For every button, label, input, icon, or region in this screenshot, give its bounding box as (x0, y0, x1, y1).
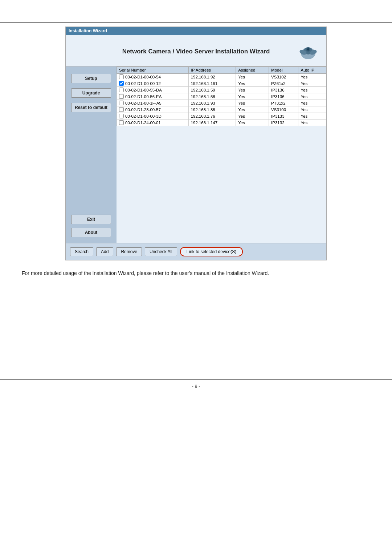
page-footer-rule: - 9 - (0, 379, 392, 393)
autoip-cell: Yes (298, 74, 326, 80)
table-row: 00-02-D1-00-00-54192.168.1.92YesVS3102Ye… (117, 74, 326, 80)
table-row: 00-02-D1-00-00-3D192.168.1.76YesIP3133Ye… (117, 113, 326, 119)
top-rule (0, 22, 392, 23)
assigned-cell: Yes (236, 93, 269, 100)
ip-cell: 192.168.1.93 (188, 100, 236, 106)
wizard-titlebar: Installation Wizard (66, 27, 326, 35)
table-row: 00-02-D1-00-00-12192.168.1.161YesPZ61x2Y… (117, 80, 326, 87)
ip-cell: 192.168.1.88 (188, 106, 236, 113)
exit-button[interactable]: Exit (71, 215, 111, 224)
ip-cell: 192.168.1.59 (188, 87, 236, 93)
remove-button[interactable]: Remove (116, 247, 142, 256)
wizard-footer: Search Add Remove Uncheck All Link to se… (66, 243, 326, 260)
row-checkbox-3[interactable] (119, 94, 124, 99)
serial-cell: 00-02-D1-00-00-54 (117, 74, 189, 80)
col-header-serial: Serial Number (117, 67, 189, 74)
row-checkbox-4[interactable] (119, 101, 124, 105)
row-checkbox-7[interactable] (119, 120, 124, 125)
row-checkbox-1[interactable] (119, 81, 124, 86)
model-cell: VS3102 (269, 74, 298, 80)
wizard-content: Setup Upgrade Reset to default Exit Abou… (66, 66, 326, 243)
table-row: 00-02-D1-00-56-EA192.168.1.58YesIP3136Ye… (117, 93, 326, 100)
assigned-cell: Yes (236, 113, 269, 119)
autoip-cell: Yes (298, 80, 326, 87)
autoip-cell: Yes (298, 87, 326, 93)
autoip-cell: Yes (298, 119, 326, 126)
ip-cell: 192.168.1.58 (188, 93, 236, 100)
row-checkbox-0[interactable] (119, 74, 124, 79)
wizard-header-icon (297, 41, 319, 62)
col-header-model: Model (269, 67, 298, 74)
serial-cell: 00-02-D1-00-55-DA (117, 87, 189, 93)
serial-number: 00-02-D1-24-00-01 (125, 121, 161, 125)
serial-number: 00-02-D1-00-00-12 (125, 81, 161, 86)
assigned-cell: Yes (236, 87, 269, 93)
serial-cell: 00-02-D1-00-1F-A5 (117, 100, 189, 106)
wizard-body: Network Camera / Video Server Installati… (66, 35, 326, 260)
table-row: 00-02-D1-00-55-DA192.168.1.59YesIP3136Ye… (117, 87, 326, 93)
uncheck-all-button[interactable]: Uncheck All (145, 247, 177, 256)
device-table: Serial Number IP Address Assigned Model … (117, 66, 326, 126)
wizard-sidebar: Setup Upgrade Reset to default Exit Abou… (66, 66, 117, 243)
row-checkbox-5[interactable] (119, 107, 124, 112)
serial-number: 00-02-D1-28-00-57 (125, 108, 161, 112)
serial-cell: 00-02-D1-24-00-01 (117, 119, 189, 126)
model-cell: IP3132 (269, 119, 298, 126)
add-button[interactable]: Add (96, 247, 113, 256)
model-cell: VS3100 (269, 106, 298, 113)
upgrade-button[interactable]: Upgrade (71, 88, 111, 98)
serial-number: 00-02-D1-00-1F-A5 (125, 101, 162, 105)
serial-number: 00-02-D1-00-00-3D (125, 114, 162, 118)
link-to-selected-button[interactable]: Link to selected device(S) (180, 247, 243, 256)
model-cell: PZ61x2 (269, 80, 298, 87)
model-cell: PT31x2 (269, 100, 298, 106)
table-row: 00-02-D1-28-00-57192.168.1.88YesVS3100Ye… (117, 106, 326, 113)
svg-point-3 (307, 48, 309, 50)
assigned-cell: Yes (236, 119, 269, 126)
col-header-autoip: Auto IP (298, 67, 326, 74)
serial-cell: 00-02-D1-00-00-3D (117, 113, 189, 119)
assigned-cell: Yes (236, 74, 269, 80)
row-checkbox-2[interactable] (119, 88, 124, 92)
serial-number: 00-02-D1-00-56-EA (125, 94, 162, 99)
model-cell: IP3136 (269, 87, 298, 93)
autoip-cell: Yes (298, 113, 326, 119)
col-header-ip: IP Address (188, 67, 236, 74)
wizard-header-title: Network Camera / Video Server Installati… (95, 48, 297, 55)
setup-button[interactable]: Setup (71, 74, 111, 83)
serial-number: 00-02-D1-00-55-DA (125, 88, 162, 92)
ip-cell: 192.168.1.161 (188, 80, 236, 87)
description-text: For more detailed usage of the Installat… (22, 269, 370, 277)
model-cell: IP3133 (269, 113, 298, 119)
serial-cell: 00-02-D1-00-56-EA (117, 93, 189, 100)
page-number: - 9 - (0, 380, 392, 393)
ip-cell: 192.168.1.76 (188, 113, 236, 119)
serial-cell: 00-02-D1-00-00-12 (117, 80, 189, 87)
wizard-main: Serial Number IP Address Assigned Model … (117, 66, 326, 243)
assigned-cell: Yes (236, 100, 269, 106)
autoip-cell: Yes (298, 100, 326, 106)
about-button[interactable]: About (71, 228, 111, 237)
model-cell: IP3136 (269, 93, 298, 100)
table-row: 00-02-D1-00-1F-A5192.168.1.93YesPT31x2Ye… (117, 100, 326, 106)
assigned-cell: Yes (236, 106, 269, 113)
wizard-header: Network Camera / Video Server Installati… (66, 35, 326, 66)
ip-cell: 192.168.1.147 (188, 119, 236, 126)
search-button[interactable]: Search (70, 247, 93, 256)
col-header-assigned: Assigned (236, 67, 269, 74)
autoip-cell: Yes (298, 106, 326, 113)
ip-cell: 192.168.1.92 (188, 74, 236, 80)
table-row: 00-02-D1-24-00-01192.168.1.147YesIP3132Y… (117, 119, 326, 126)
wizard-container: Installation Wizard Network Camera / Vid… (65, 27, 327, 260)
serial-number: 00-02-D1-00-00-54 (125, 75, 161, 79)
wizard-title-label: Installation Wizard (69, 28, 107, 33)
row-checkbox-6[interactable] (119, 114, 124, 118)
serial-cell: 00-02-D1-28-00-57 (117, 106, 189, 113)
autoip-cell: Yes (298, 93, 326, 100)
assigned-cell: Yes (236, 80, 269, 87)
reset-to-default-button[interactable]: Reset to default (71, 103, 111, 112)
